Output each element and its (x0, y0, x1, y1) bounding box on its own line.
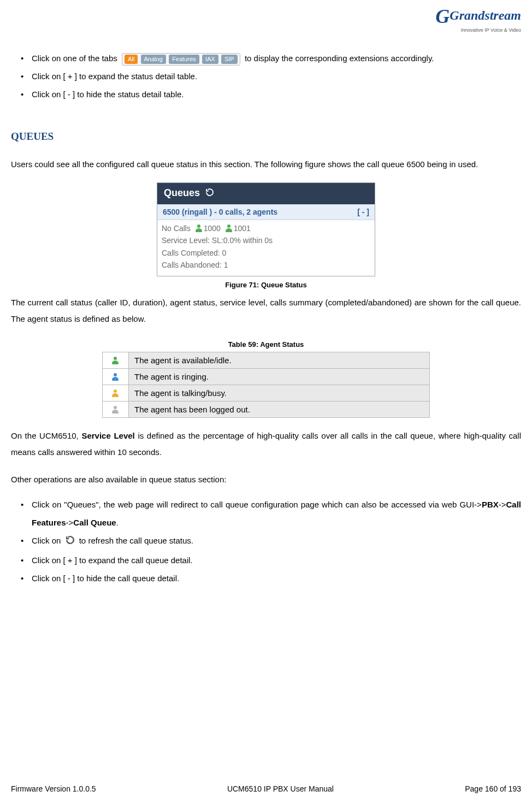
logo-tagline: Innovative IP Voice & Video (435, 27, 521, 33)
queue-detail: No Calls 1000 1001 Service Level: SL:0.0… (157, 220, 375, 276)
footer-right: Page 160 of 193 (465, 784, 521, 793)
tab-group-image: All Analog Features IAX SIP (122, 53, 240, 66)
brand-logo: GGrandstream Innovative IP Voice & Video (435, 7, 521, 33)
agent-available-icon (225, 225, 233, 232)
no-calls-label: No Calls (162, 224, 191, 233)
status-icon-cell (103, 352, 129, 368)
logo-text: GGrandstream (435, 7, 521, 26)
status-icon-cell (103, 401, 129, 417)
status-desc: The agent is talking/busy. (129, 385, 430, 401)
status-icon-cell (103, 385, 129, 401)
text-bold: PBX (482, 500, 499, 509)
collapse-toggle[interactable]: [ - ] (357, 208, 369, 216)
text: On the UCM6510, (11, 431, 81, 440)
text: to refresh the call queue status. (79, 536, 193, 545)
agent-busy-icon (111, 389, 119, 397)
queue-row[interactable]: 6500 (ringall ) - 0 calls, 2 agents [ - … (157, 204, 375, 220)
status-desc: The agent is ringing. (129, 368, 430, 385)
bullet-item: Click on "Queues", the web page will red… (21, 495, 521, 532)
agent-ext: 1001 (234, 224, 251, 233)
tab-features[interactable]: Features (169, 55, 199, 64)
table-row: The agent is talking/busy. (103, 385, 430, 401)
bullet-item: Click on [ - ] to hide the call queue de… (21, 569, 521, 587)
refresh-icon[interactable] (205, 187, 215, 200)
figure-queue-status: Queues 6500 (ringall ) - 0 calls, 2 agen… (11, 182, 521, 289)
text: . (116, 518, 119, 527)
agent-available-icon (111, 357, 119, 364)
queue-line: Service Level: SL:0.0% within 0s (162, 234, 370, 246)
agent-available-icon (195, 225, 203, 232)
text: -> (499, 500, 506, 509)
bullet-list-bottom: Click on "Queues", the web page will red… (11, 495, 521, 587)
footer-left: Firmware Version 1.0.0.5 (11, 784, 96, 793)
paragraph: Other operations are also available in q… (11, 471, 521, 488)
bullet-item: Click on [ + ] to expand the call queue … (21, 551, 521, 569)
bullet-item: Click on one of the tabs All Analog Feat… (21, 49, 521, 67)
agent-status-table: The agent is available/idle. The agent i… (102, 352, 430, 418)
text-bold: Service Level (81, 431, 134, 440)
tab-analog[interactable]: Analog (141, 55, 166, 64)
text: to display the corresponding extensions … (245, 54, 434, 63)
tab-iax[interactable]: IAX (202, 55, 218, 64)
bullet-item: Click on [ - ] to hide the status detail… (21, 85, 521, 103)
queue-line: Calls Completed: 0 (162, 247, 370, 259)
table-caption: Table 59: Agent Status (11, 340, 521, 349)
status-desc: The agent has been logged out. (129, 401, 430, 417)
text: Click on (32, 536, 63, 545)
text: Click on "Queues", the web page will red… (32, 500, 482, 509)
text-bold: Call Queue (73, 518, 116, 527)
agent-ext: 1000 (204, 224, 221, 233)
queue-line: Calls Abandoned: 1 (162, 259, 370, 271)
queues-header[interactable]: Queues (157, 183, 375, 204)
text: -> (66, 518, 74, 527)
status-desc: The agent is available/idle. (129, 352, 430, 368)
paragraph: Users could see all the configured call … (11, 156, 521, 173)
queues-title: Queues (164, 187, 200, 198)
paragraph: On the UCM6510, Service Level is defined… (11, 428, 521, 460)
footer-center: UCM6510 IP PBX User Manual (227, 784, 334, 793)
queue-line: No Calls 1000 1001 (162, 222, 370, 234)
page-footer: Firmware Version 1.0.0.5 UCM6510 IP PBX … (11, 784, 521, 793)
refresh-icon[interactable] (65, 533, 75, 551)
bullet-item: Click on to refresh the call queue statu… (21, 532, 521, 551)
queue-summary: 6500 (ringall ) - 0 calls, 2 agents (163, 208, 277, 216)
text: Click on one of the tabs (32, 54, 120, 63)
table-row: The agent has been logged out. (103, 401, 430, 417)
bullet-item: Click on [ + ] to expand the status deta… (21, 67, 521, 85)
brand-name: Grandstream (450, 8, 521, 22)
section-heading-queues: QUEUES (11, 131, 521, 143)
bullet-list-top: Click on one of the tabs All Analog Feat… (11, 49, 521, 103)
table-row: The agent is available/idle. (103, 352, 430, 368)
paragraph: The current call status (caller ID, dura… (11, 294, 521, 327)
table-row: The agent is ringing. (103, 368, 430, 385)
figure-caption: Figure 71: Queue Status (11, 281, 521, 289)
queues-panel: Queues 6500 (ringall ) - 0 calls, 2 agen… (157, 182, 375, 276)
tab-sip[interactable]: SIP (221, 55, 238, 64)
status-icon-cell (103, 368, 129, 385)
agent-loggedout-icon (111, 406, 119, 414)
agent-ringing-icon (111, 373, 119, 381)
tab-all[interactable]: All (125, 55, 138, 64)
